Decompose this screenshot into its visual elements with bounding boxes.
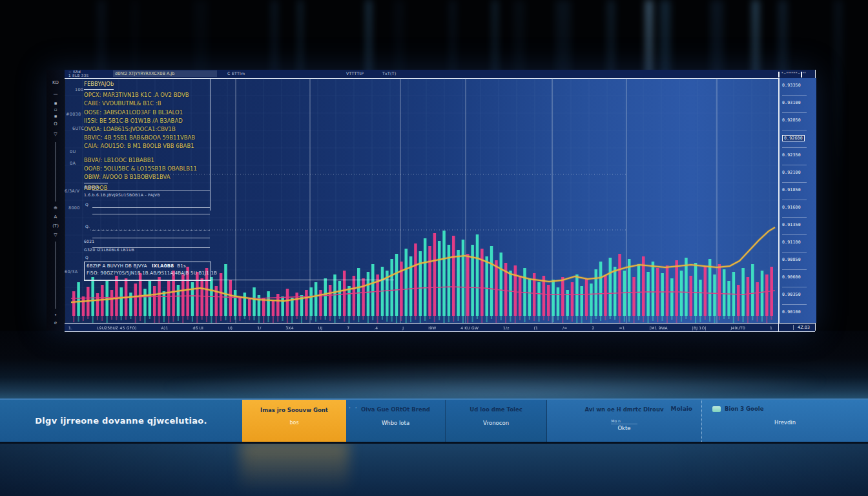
time-axis-corner-label: 4Z.03 (793, 325, 810, 330)
time-tick-label: 1. (68, 326, 72, 330)
toolbar-icon[interactable]: A (46, 214, 65, 220)
titlebar-right-label-2: TxT(T) (382, 71, 397, 76)
price-axis-row: 0.91100 (780, 235, 816, 253)
indicator-separator (92, 238, 210, 238)
gutter-label: 0U (70, 149, 76, 154)
taskbar-app-4-subtitle: Vronocon (446, 420, 546, 426)
price-tick-label: 0.92350 (782, 152, 801, 158)
price-axis-row: 0.90600 (780, 270, 816, 287)
legend-row: II5SI: BE 5B1C-B O1W1B /A B3ABAD (84, 117, 220, 125)
taskbar: Dlgv ijrreone dovanne qjwcelutiao. Imas … (0, 398, 868, 442)
time-tick-label: 4 KU GW (460, 326, 479, 330)
toolbar-divider-line (56, 242, 56, 309)
legend-row: CAIA: AOU15O: B M1 B0OLB VBB 6BAB1 (84, 142, 220, 150)
time-tick-label: 1/z (503, 326, 510, 330)
indicator-separator (92, 214, 210, 214)
toolbar-icon[interactable]: e (46, 320, 65, 326)
time-tick-label: A)1 (161, 326, 169, 330)
toolbar-icon[interactable]: O (46, 121, 65, 127)
price-tick-label: 0.90100 (782, 309, 801, 315)
chart-plot-area[interactable]: FEBBYAJObOPCX: MAR3TIVN1B K1C .A OV2 BDV… (65, 78, 778, 323)
indicator-separator (92, 230, 210, 231)
price-tick-label: 0.90850 (782, 257, 801, 262)
legend-row: OBIW: AVOOO B B1BOBVB1BVA (84, 173, 220, 181)
symbol-chip[interactable]: d0ht2 XTJYYRYRXXCX0B A.Jb (113, 70, 217, 77)
toolbar-icon[interactable]: ⊕ (46, 205, 65, 211)
taskbar-app-3[interactable]: · · Oiva Gue ORtOt Brend Whbo lota (346, 400, 446, 442)
toolbar-icon[interactable]: • (46, 313, 65, 318)
time-tick-label: (1 (534, 326, 539, 330)
time-tick-label: U) (228, 326, 232, 330)
time-tick-label: UJ (318, 326, 323, 330)
current-price-label: 0.92600 (782, 135, 805, 141)
titlebar-right-label-1: VTTTTtP (346, 71, 364, 76)
toolbar-icon[interactable]: ▫ (46, 107, 65, 112)
indicator-label: Q (85, 202, 88, 207)
toolbar-icon[interactable]: ▪ (46, 114, 65, 119)
legend-row: BBVA/: LB1OOC B1BABB1 (84, 156, 220, 165)
price-tick-label: 0.91600 (782, 205, 801, 210)
toolbar-icon[interactable]: KD (46, 80, 65, 85)
time-tick-label: 1/ (257, 326, 261, 330)
trading-chart-window: KD—▪▫▪O▽⊕A(T)▽•e ~ KAd 1 8LB 33S d0ht2 X… (46, 70, 816, 331)
toolbar-divider-line (56, 142, 56, 202)
price-axis-row: 0.92600 (780, 130, 816, 148)
toolbar-icon[interactable]: — (46, 92, 65, 97)
divider-dots: · · (349, 405, 358, 411)
time-tick-labels: 1.L9U25BUZ 45 GFO)A)1d6 UIU)1/3X4UJ7.4JI… (68, 324, 772, 331)
toolbar-icon[interactable]: (T) (46, 223, 65, 229)
chat-icon (712, 406, 721, 412)
indicator-separator (92, 191, 210, 191)
price-axis-row: 0.93350 (780, 78, 816, 96)
price-tick-label: 0.93350 (782, 83, 801, 88)
taskbar-app-6-title: Bion 3 Goole (725, 406, 763, 412)
data-window-overlay[interactable]: 6BZtP A BUVYH DB BJVYA IXLA0B8 B1s Fl5O:… (84, 262, 211, 281)
desk-shade (0, 440, 868, 496)
price-tick-label: 0.93100 (782, 100, 801, 105)
gutter-label: 6/3A/V (65, 189, 79, 194)
price-tick-label: 0.90350 (782, 292, 801, 297)
price-axis-row: 0.92850 (780, 113, 816, 130)
taskbar-app-1[interactable]: Dlgv ijrreone dovanne qjwcelutiao. (0, 400, 242, 442)
taskbar-app-4-title: Ud loo dme Tolec (446, 406, 546, 413)
price-axis-row: 0.92350 (780, 148, 816, 165)
time-tick-label: /= (563, 326, 567, 330)
legend-row (84, 151, 220, 156)
desk-reflection (0, 440, 868, 496)
titlebar-center-label: C ETTIm (227, 71, 245, 76)
indicator-separator (92, 207, 210, 208)
taskbar-app-5-extra: Molaio (670, 406, 692, 412)
taskbar-app-5-note: Mo n (611, 418, 637, 424)
indicator-label: Q (85, 255, 88, 260)
taskbar-app-3-title: Oiva Gue ORtOt Brend (346, 406, 445, 413)
time-axis[interactable]: 1.L9U25BUZ 45 GFO)A)1d6 UIU)1/3X4UJ7.4JI… (65, 323, 815, 332)
gutter-label: 60/3A (65, 269, 78, 274)
time-tick-label: =1 (619, 326, 625, 330)
time-tick-label: 7 (347, 326, 349, 330)
time-tick-label: |BJ 1O| (692, 326, 707, 330)
blue-haze (130, 360, 825, 399)
price-axis-row: 0.90350 (780, 287, 816, 305)
indicator-label: 8JBV0A (84, 185, 99, 189)
time-tick-label: L9U25BUZ 45 GFO) (97, 326, 137, 330)
taskbar-app-4[interactable]: Ud loo dme Tolec Vronocon (446, 400, 547, 442)
time-tick-label: 1 (770, 326, 772, 330)
scale-marker-icon[interactable] (801, 72, 802, 78)
taskbar-app-5[interactable]: Avi wn oe H dmrtc Dlrouv Mo n Okte Molai… (547, 400, 701, 442)
taskbar-app-6[interactable]: Bion 3 Goole Hrevdin (701, 400, 868, 442)
price-axis-row: 0.90850 (780, 253, 816, 270)
price-tick-label: 0.91100 (782, 240, 801, 245)
toolbar-icon[interactable]: ▽ (46, 232, 65, 238)
legend-row: CA8E: VVOUBUTML& B1C :B (84, 99, 220, 108)
scale-marker-icon[interactable] (778, 72, 780, 78)
toolbar-icon[interactable]: ▽ (46, 132, 65, 137)
gutter-label: #0038 (66, 112, 81, 117)
drawing-toolbar[interactable]: KD—▪▫▪O▽⊕A(T)▽•e (46, 70, 65, 331)
data-window-underline (84, 280, 394, 280)
ohlc-legend: FEBBYAJObOPCX: MAR3TIVN1B K1C .A OV2 BDV… (84, 80, 220, 192)
taskbar-app-2-active[interactable]: Imas jro Soouvw Gont bos (242, 400, 346, 442)
time-axis-divider (778, 324, 779, 331)
price-axis[interactable]: 0.933500.931000.928500.926000.923500.921… (778, 78, 816, 323)
toolbar-icon[interactable]: ▪ (46, 101, 65, 106)
data-window-badge: IXLA0B8 (152, 264, 174, 269)
